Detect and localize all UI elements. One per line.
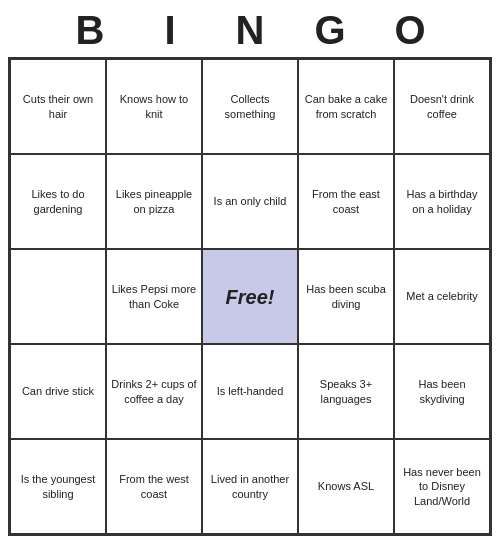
bingo-cell[interactable]: Doesn't drink coffee bbox=[394, 59, 490, 154]
letter-b: B bbox=[50, 8, 130, 53]
bingo-cell[interactable]: Has been skydiving bbox=[394, 344, 490, 439]
bingo-cell[interactable]: Can bake a cake from scratch bbox=[298, 59, 394, 154]
bingo-cell[interactable]: Likes pineapple on pizza bbox=[106, 154, 202, 249]
bingo-cell[interactable]: Knows ASL bbox=[298, 439, 394, 534]
bingo-cell[interactable]: Can drive stick bbox=[10, 344, 106, 439]
letter-i: I bbox=[130, 8, 210, 53]
bingo-cell[interactable]: Likes to do gardening bbox=[10, 154, 106, 249]
free-cell[interactable]: Free! bbox=[202, 249, 298, 344]
bingo-grid: Cuts their own hairKnows how to knitColl… bbox=[8, 57, 492, 536]
bingo-title: B I N G O bbox=[50, 8, 450, 53]
bingo-cell[interactable]: Cuts their own hair bbox=[10, 59, 106, 154]
bingo-cell[interactable]: Is left-handed bbox=[202, 344, 298, 439]
bingo-cell[interactable] bbox=[10, 249, 106, 344]
bingo-cell[interactable]: Drinks 2+ cups of coffee a day bbox=[106, 344, 202, 439]
bingo-cell[interactable]: From the west coast bbox=[106, 439, 202, 534]
bingo-cell[interactable]: Likes Pepsi more than Coke bbox=[106, 249, 202, 344]
bingo-cell[interactable]: Met a celebrity bbox=[394, 249, 490, 344]
bingo-cell[interactable]: Has a birthday on a holiday bbox=[394, 154, 490, 249]
bingo-cell[interactable]: From the east coast bbox=[298, 154, 394, 249]
bingo-cell[interactable]: Collects something bbox=[202, 59, 298, 154]
bingo-cell[interactable]: Is the youngest sibling bbox=[10, 439, 106, 534]
letter-n: N bbox=[210, 8, 290, 53]
bingo-cell[interactable]: Has been scuba diving bbox=[298, 249, 394, 344]
letter-g: G bbox=[290, 8, 370, 53]
bingo-cell[interactable]: Is an only child bbox=[202, 154, 298, 249]
bingo-cell[interactable]: Knows how to knit bbox=[106, 59, 202, 154]
bingo-cell[interactable]: Lived in another country bbox=[202, 439, 298, 534]
bingo-cell[interactable]: Speaks 3+ languages bbox=[298, 344, 394, 439]
bingo-cell[interactable]: Has never been to Disney Land/World bbox=[394, 439, 490, 534]
letter-o: O bbox=[370, 8, 450, 53]
